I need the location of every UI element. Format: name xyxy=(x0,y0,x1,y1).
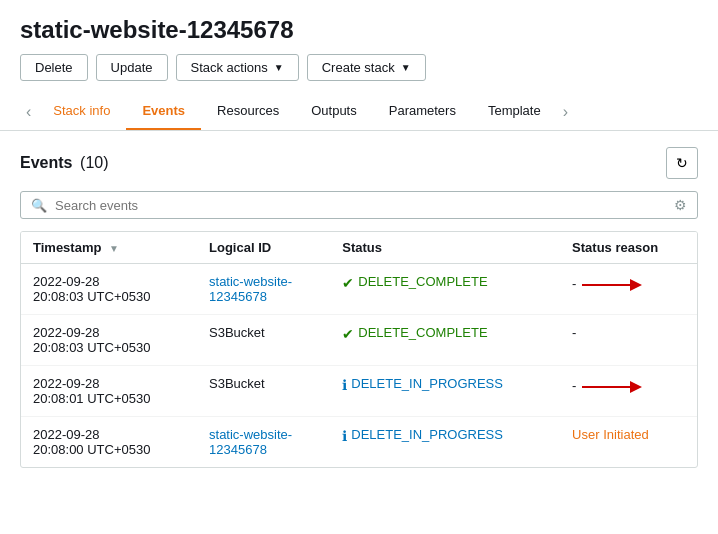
cell-logical-id: S3Bucket xyxy=(197,366,330,417)
table-header-row: Timestamp ▼ Logical ID Status Status rea… xyxy=(21,232,697,264)
tab-template[interactable]: Template xyxy=(472,93,557,130)
search-input[interactable] xyxy=(55,198,666,213)
tab-outputs[interactable]: Outputs xyxy=(295,93,373,130)
status-text: DELETE_IN_PROGRESS xyxy=(351,427,503,442)
tab-stack-info[interactable]: Stack info xyxy=(37,93,126,130)
events-title: Events (10) xyxy=(20,154,109,172)
logical-id-link[interactable]: static-website- 12345678 xyxy=(209,427,292,457)
cell-status: ✔DELETE_COMPLETE xyxy=(330,315,560,366)
status-in-progress-icon: ℹ xyxy=(342,428,347,444)
events-title-text: Events xyxy=(20,154,72,171)
search-icon: 🔍 xyxy=(31,198,47,213)
cell-timestamp: 2022-09-28 20:08:03 UTC+0530 xyxy=(21,315,197,366)
annotation-arrow xyxy=(582,376,642,398)
cell-timestamp: 2022-09-28 20:08:00 UTC+0530 xyxy=(21,417,197,468)
search-settings-button[interactable]: ⚙ xyxy=(674,197,687,213)
events-table: Timestamp ▼ Logical ID Status Status rea… xyxy=(20,231,698,468)
cell-logical-id[interactable]: static-website- 12345678 xyxy=(197,264,330,315)
cell-timestamp: 2022-09-28 20:08:03 UTC+0530 xyxy=(21,264,197,315)
status-reason-dash: - xyxy=(572,325,576,340)
cell-status: ℹDELETE_IN_PROGRESS xyxy=(330,417,560,468)
gear-icon: ⚙ xyxy=(674,197,687,213)
stack-actions-arrow-icon: ▼ xyxy=(274,62,284,73)
cell-status-reason: - xyxy=(560,315,697,366)
delete-button[interactable]: Delete xyxy=(20,54,88,81)
events-section-header: Events (10) ↻ xyxy=(20,147,698,179)
table-row: 2022-09-28 20:08:03 UTC+0530static-websi… xyxy=(21,264,697,315)
tab-nav-next[interactable]: › xyxy=(557,95,574,129)
svg-marker-3 xyxy=(630,381,642,393)
status-reason-dash: - xyxy=(572,276,576,291)
toolbar: Delete Update Stack actions ▼ Create sta… xyxy=(0,54,718,93)
events-content: Events (10) ↻ 🔍 ⚙ Timestamp ▼ Logical ID xyxy=(0,131,718,484)
status-text: DELETE_COMPLETE xyxy=(358,325,487,340)
table-row: 2022-09-28 20:08:01 UTC+0530S3BucketℹDEL… xyxy=(21,366,697,417)
user-initiated-text: User Initiated xyxy=(572,427,649,442)
tab-events[interactable]: Events xyxy=(126,93,201,130)
cell-status: ✔DELETE_COMPLETE xyxy=(330,264,560,315)
search-bar: 🔍 ⚙ xyxy=(20,191,698,219)
cell-status-reason: User Initiated xyxy=(560,417,697,468)
update-button[interactable]: Update xyxy=(96,54,168,81)
cell-status-reason: - xyxy=(560,366,697,417)
col-status: Status xyxy=(330,232,560,264)
create-stack-label: Create stack xyxy=(322,60,395,75)
status-in-progress-icon: ℹ xyxy=(342,377,347,393)
create-stack-button[interactable]: Create stack ▼ xyxy=(307,54,426,81)
col-status-reason: Status reason xyxy=(560,232,697,264)
status-reason-dash: - xyxy=(572,378,576,393)
status-complete-icon: ✔ xyxy=(342,275,354,291)
cell-timestamp: 2022-09-28 20:08:01 UTC+0530 xyxy=(21,366,197,417)
col-logical-id: Logical ID xyxy=(197,232,330,264)
cell-logical-id: S3Bucket xyxy=(197,315,330,366)
tabs-nav: ‹ Stack info Events Resources Outputs Pa… xyxy=(0,93,718,131)
table-row: 2022-09-28 20:08:03 UTC+0530S3Bucket✔DEL… xyxy=(21,315,697,366)
tab-parameters[interactable]: Parameters xyxy=(373,93,472,130)
col-timestamp: Timestamp ▼ xyxy=(21,232,197,264)
status-text: DELETE_COMPLETE xyxy=(358,274,487,289)
table-row: 2022-09-28 20:08:00 UTC+0530static-websi… xyxy=(21,417,697,468)
stack-actions-label: Stack actions xyxy=(191,60,268,75)
create-stack-arrow-icon: ▼ xyxy=(401,62,411,73)
svg-marker-1 xyxy=(630,279,642,291)
annotation-arrow xyxy=(582,274,642,296)
cell-logical-id[interactable]: static-website- 12345678 xyxy=(197,417,330,468)
tab-nav-prev[interactable]: ‹ xyxy=(20,95,37,129)
cell-status-reason: - xyxy=(560,264,697,315)
status-text: DELETE_IN_PROGRESS xyxy=(351,376,503,391)
events-count: (10) xyxy=(80,154,108,171)
sort-icon: ▼ xyxy=(109,243,119,254)
page-title: static-website-12345678 xyxy=(0,0,718,54)
refresh-icon: ↻ xyxy=(676,155,688,171)
logical-id-link[interactable]: static-website- 12345678 xyxy=(209,274,292,304)
cell-status: ℹDELETE_IN_PROGRESS xyxy=(330,366,560,417)
tab-resources[interactable]: Resources xyxy=(201,93,295,130)
status-complete-icon: ✔ xyxy=(342,326,354,342)
refresh-button[interactable]: ↻ xyxy=(666,147,698,179)
stack-actions-button[interactable]: Stack actions ▼ xyxy=(176,54,299,81)
